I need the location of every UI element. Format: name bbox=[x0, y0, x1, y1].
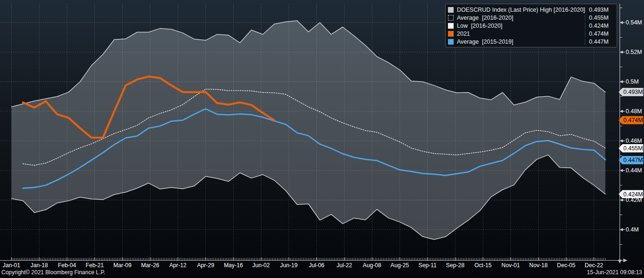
x-tick-label: May-16 bbox=[224, 262, 243, 269]
x-tick-label: Nov-18 bbox=[529, 262, 548, 269]
x-tick-label: Oct-15 bbox=[474, 262, 492, 269]
x-tick-label: Feb-04 bbox=[58, 262, 76, 269]
legend-swatch-dotted-icon bbox=[448, 15, 454, 21]
y-tick-label: 0.44M bbox=[626, 167, 642, 174]
x-tick-label: Nov-01 bbox=[502, 262, 520, 269]
y-tick-label: 0.52M bbox=[626, 49, 642, 55]
x-tick-label: Mar-26 bbox=[141, 262, 159, 269]
axis-badge-label: 0.493M bbox=[623, 89, 643, 95]
legend-row[interactable]: Average [2016-2020]0.455M bbox=[446, 14, 617, 22]
axis-badge-label: 0.424M bbox=[623, 191, 643, 198]
x-tick-label: Apr-12 bbox=[169, 262, 187, 269]
legend-value: 0.474M bbox=[585, 31, 614, 37]
y-tick-label: 0.5M bbox=[626, 78, 639, 85]
x-tick-label: Jun-02 bbox=[252, 262, 270, 269]
legend-value: 0.447M bbox=[585, 39, 614, 45]
x-tick-label: Aug-25 bbox=[391, 262, 409, 269]
y-tick-label: 0.4M bbox=[626, 226, 639, 233]
x-tick-label: Aug-08 bbox=[363, 262, 382, 269]
legend-row[interactable]: Average [2015-2019]0.447M bbox=[446, 38, 617, 46]
chart-window: Jan-01Jan-18Feb-04Feb-21Mar-09Mar-26Apr-… bbox=[0, 0, 644, 278]
x-tick-label: Dec-05 bbox=[557, 262, 576, 269]
y-tick-label: 0.48M bbox=[626, 108, 642, 115]
x-tick-label: Jan-01 bbox=[3, 262, 20, 269]
legend-swatch-icon bbox=[448, 7, 454, 13]
timestamp-text: 15-Jun-2021 09:08:13 bbox=[587, 269, 642, 276]
legend-label: DOESCRUD Index (Last Price) High [2016-2… bbox=[457, 7, 585, 13]
copyright-text: Copyright© 2021 Bloomberg Finance L.P. bbox=[1, 269, 105, 276]
axis-badge-label: 0.447M bbox=[623, 157, 643, 163]
x-tick-label: Sep-28 bbox=[446, 262, 465, 269]
legend-label: Average [2016-2020] bbox=[457, 15, 585, 21]
x-tick-label: Sep-11 bbox=[418, 262, 437, 269]
x-tick-label: Jul-22 bbox=[337, 262, 352, 269]
x-tick-label: Feb-21 bbox=[86, 262, 104, 269]
legend-swatch-icon bbox=[448, 39, 454, 45]
legend-box: DOESCRUD Index (Last Price) High [2016-2… bbox=[445, 4, 617, 47]
legend-value: 0.455M bbox=[585, 15, 614, 21]
legend-swatch-icon bbox=[448, 31, 454, 37]
x-tick-label: Mar-09 bbox=[113, 262, 132, 269]
legend-label: Low [2016-2020] bbox=[457, 23, 585, 29]
axis-badge-label: 0.455M bbox=[623, 145, 643, 152]
legend-label: 2021 bbox=[457, 31, 585, 37]
legend-label: Average [2015-2019] bbox=[457, 39, 585, 45]
x-tick-label: Jul-06 bbox=[309, 262, 324, 269]
x-tick-label: Apr-29 bbox=[197, 262, 214, 269]
y-tick-label: 0.46M bbox=[626, 138, 642, 144]
y-tick-label: 0.54M bbox=[626, 19, 642, 26]
legend-row[interactable]: Low [2016-2020]0.424M bbox=[446, 22, 617, 30]
legend-value: 0.493M bbox=[585, 7, 614, 13]
legend-row[interactable]: DOESCRUD Index (Last Price) High [2016-2… bbox=[446, 6, 617, 14]
x-tick-label: Jan-18 bbox=[31, 262, 48, 269]
axis-badge-label: 0.474M bbox=[623, 117, 643, 124]
x-tick-label: Jun-19 bbox=[280, 262, 298, 269]
legend-row[interactable]: 20210.474M bbox=[446, 30, 617, 38]
legend-swatch-icon bbox=[448, 23, 454, 29]
x-tick-label: Dec-22 bbox=[585, 262, 604, 269]
legend-value: 0.424M bbox=[585, 23, 614, 29]
